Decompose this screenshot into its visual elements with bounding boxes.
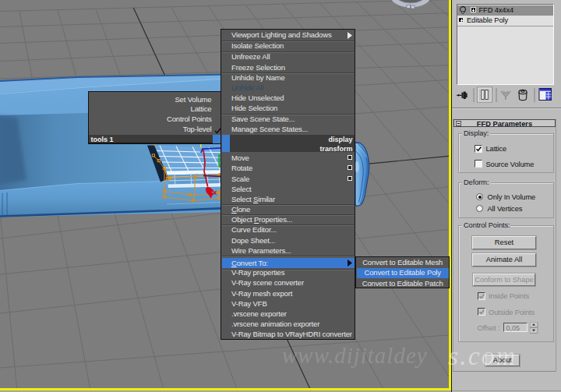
svg-text:www.dijitaldey: www.dijitaldey (282, 343, 428, 368)
